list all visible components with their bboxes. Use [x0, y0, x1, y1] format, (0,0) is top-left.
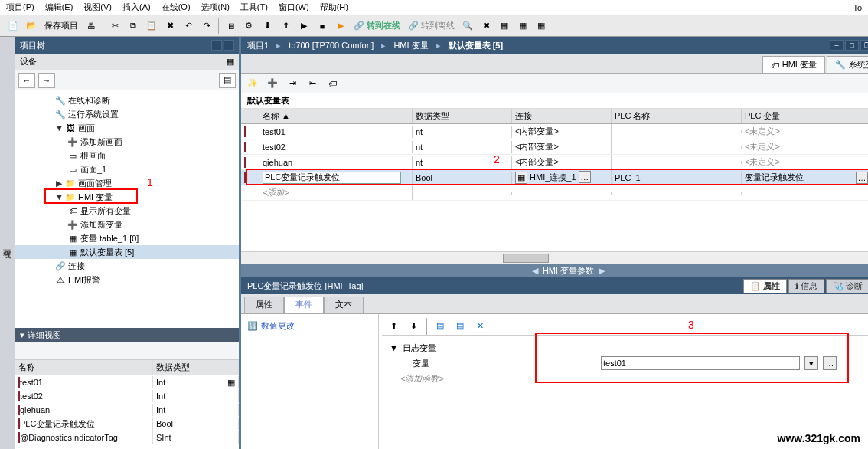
- menu-project[interactable]: 项目(P): [6, 2, 34, 13]
- param-variable[interactable]: 变量 ▾ …: [390, 356, 868, 371]
- tree-node-runtime-settings[interactable]: 🔧运行系统设置: [15, 107, 239, 121]
- th-dtype[interactable]: 数据类型: [413, 109, 512, 123]
- add-function-row[interactable]: <添加函数>: [390, 371, 868, 386]
- dropdown-icon[interactable]: ▾: [804, 356, 818, 370]
- browse-button[interactable]: …: [856, 172, 868, 184]
- browse-button[interactable]: …: [823, 356, 837, 370]
- go-online-button[interactable]: 🔗 转到在线: [351, 20, 403, 31]
- redo-icon[interactable]: ↷: [198, 18, 215, 34]
- copy-icon[interactable]: ⧉: [125, 18, 142, 34]
- col-name[interactable]: 名称: [15, 360, 153, 375]
- collapse-all-icon[interactable]: ▤: [219, 73, 236, 88]
- table-row-selected[interactable]: Bool ▦ HMI_连接_1 … PLC_1 变量记录触发位 …: [241, 170, 868, 185]
- table-row[interactable]: test01nt<内部变量><未定义>: [241, 124, 868, 139]
- go-offline-button[interactable]: 🔗 转到离线: [405, 20, 458, 31]
- minimize-icon[interactable]: –: [830, 40, 844, 51]
- tree-node-show-all-tags[interactable]: 🏷显示所有变量: [15, 204, 239, 218]
- tree-node-online-diag[interactable]: 🔧在线和诊断: [15, 93, 239, 107]
- run-icon[interactable]: ▶: [332, 18, 349, 34]
- tag-params-bar[interactable]: ◀HMI 变量参数▶: [241, 264, 868, 277]
- tree-node-tag-table-1[interactable]: ▦变量 table_1 [0]: [15, 231, 239, 245]
- chevron-left-icon[interactable]: ◀: [532, 266, 538, 276]
- col-type[interactable]: 数据类型: [153, 360, 239, 375]
- menu-window[interactable]: 窗口(W): [279, 2, 309, 13]
- compile-icon[interactable]: ⚙: [240, 18, 257, 34]
- th-plc-name[interactable]: PLC 名称: [612, 109, 742, 123]
- event-value-change[interactable]: 🔢数值更改: [246, 319, 374, 333]
- tree-node-screen-1[interactable]: ▭画面_1: [15, 162, 239, 176]
- table-add-row[interactable]: <添加>: [241, 185, 868, 201]
- th-plc-var[interactable]: PLC 变量: [742, 109, 868, 123]
- function-log-variable[interactable]: ▼日志变量: [390, 340, 868, 356]
- tab-hmi-tags[interactable]: 🏷HMI 变量: [762, 56, 825, 73]
- collapse-icon[interactable]: [211, 40, 222, 51]
- name-input[interactable]: [263, 172, 401, 184]
- tab-system-tags[interactable]: 🔧系统变量: [827, 56, 868, 73]
- bc-hmi-tags[interactable]: HMI 变量: [393, 40, 428, 51]
- tree-node-screens[interactable]: ▼🖼画面: [15, 121, 239, 135]
- tab-properties[interactable]: 📋 属性: [743, 279, 787, 293]
- tree-node-root-screen[interactable]: ▭根画面: [15, 149, 239, 162]
- table-row[interactable]: test02nt<内部变量><未定义>: [241, 139, 868, 155]
- tree-node-screen-mgmt[interactable]: ▶📁画面管理: [15, 176, 239, 190]
- tab-text[interactable]: 文本: [324, 297, 364, 313]
- sim-icon[interactable]: ▶: [295, 18, 312, 34]
- stop-icon[interactable]: ■: [314, 18, 331, 34]
- export-icon[interactable]: ⇤: [304, 75, 321, 92]
- open-icon[interactable]: 📂: [23, 18, 40, 34]
- menu-edit[interactable]: 编辑(E): [45, 2, 73, 13]
- save-project-button[interactable]: 保存项目: [41, 20, 81, 31]
- tb-icon[interactable]: ▦: [496, 18, 513, 34]
- maximize-icon[interactable]: □: [845, 40, 859, 51]
- bc-device[interactable]: tp700 [TP700 Comfort]: [289, 41, 374, 50]
- tab-attributes[interactable]: 属性: [244, 297, 284, 313]
- tree-node-connections[interactable]: 🔗连接: [15, 259, 239, 273]
- import-icon[interactable]: ⇥: [284, 75, 301, 92]
- tt-icon[interactable]: 🏷: [324, 75, 341, 92]
- tree-node-default-tag-table[interactable]: ▦默认变量表 [5]: [15, 245, 239, 259]
- detail-row[interactable]: @DiagnosticsIndicatorTagSInt: [15, 431, 239, 444]
- variable-input[interactable]: [601, 356, 800, 370]
- indent-icon[interactable]: ▤: [432, 318, 449, 335]
- detail-row[interactable]: test02Int: [15, 389, 239, 403]
- side-tab-visualization[interactable]: 可视化: [0, 37, 15, 449]
- grid-icon[interactable]: ▦: [227, 57, 234, 67]
- nav-back-icon[interactable]: ←: [18, 73, 35, 88]
- device-icon[interactable]: 🖥: [222, 18, 239, 34]
- browse-icon[interactable]: ▦: [515, 172, 527, 184]
- add-down-icon[interactable]: ⬇: [405, 318, 422, 335]
- pin-icon[interactable]: [224, 40, 234, 51]
- paste-icon[interactable]: 📋: [143, 18, 160, 34]
- menu-insert[interactable]: 插入(A): [122, 2, 151, 13]
- tt-icon[interactable]: ➕: [264, 75, 281, 92]
- tt-icon[interactable]: ✨: [244, 75, 261, 92]
- horizontal-scrollbar[interactable]: [241, 251, 868, 264]
- tree-node-add-screen[interactable]: ➕添加新画面: [15, 135, 239, 149]
- outdent-icon[interactable]: ▤: [452, 318, 468, 335]
- th-name[interactable]: 名称 ▲: [259, 109, 413, 123]
- remove-icon[interactable]: ✕: [472, 318, 488, 335]
- menu-online[interactable]: 在线(O): [162, 2, 191, 13]
- tree-node-add-tag[interactable]: ➕添加新变量: [15, 218, 239, 231]
- tree-node-alarms[interactable]: ⚠HMI报警: [15, 273, 239, 287]
- th-conn[interactable]: 连接: [512, 109, 612, 123]
- print-icon[interactable]: 🖶: [83, 18, 100, 34]
- chevron-down-icon[interactable]: ▼: [390, 343, 398, 352]
- tab-diagnostics[interactable]: 🩺 诊断: [826, 279, 868, 293]
- upload-icon[interactable]: ⬆: [277, 18, 294, 34]
- tb-icon3[interactable]: ▦: [533, 18, 550, 34]
- nav-fwd-icon[interactable]: →: [38, 73, 55, 88]
- project-tree[interactable]: 🔧在线和诊断 🔧运行系统设置 ▼🖼画面 ➕添加新画面 ▭根画面 ▭画面_1 ▶📁…: [15, 90, 239, 328]
- download-icon[interactable]: ⬇: [259, 18, 276, 34]
- expand-icon[interactable]: ▾: [20, 330, 24, 340]
- detail-row[interactable]: PLC变量记录触发位Bool: [15, 417, 239, 431]
- detail-row[interactable]: qiehuanInt: [15, 403, 239, 417]
- table-row[interactable]: qiehuannt<内部变量><未定义>: [241, 155, 868, 170]
- add-up-icon[interactable]: ⬆: [385, 318, 402, 335]
- xref-icon[interactable]: ✖: [478, 18, 494, 34]
- tree-node-hmi-tags[interactable]: ▼📁HMI 变量: [15, 190, 239, 204]
- undo-icon[interactable]: ↶: [180, 18, 197, 34]
- tb-icon2[interactable]: ▦: [514, 18, 531, 34]
- menu-tools[interactable]: 工具(T): [240, 2, 268, 13]
- menu-help[interactable]: 帮助(H): [320, 2, 348, 13]
